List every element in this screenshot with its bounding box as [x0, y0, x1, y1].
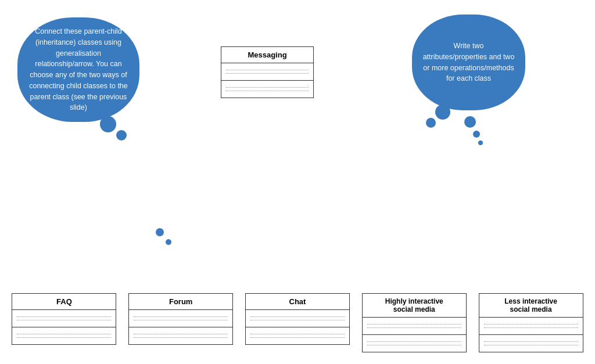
left-bubble-text: Connect these parent-child (inheritance)… [27, 26, 130, 113]
faq-section-1 [12, 310, 116, 327]
highly-section-1 [363, 318, 466, 335]
chat-section-1 [246, 310, 349, 327]
forum-section-2 [129, 327, 232, 344]
chat-section-2 [246, 327, 349, 344]
right-bubble-circle-2 [473, 131, 480, 138]
messaging-section-1 [221, 63, 313, 81]
chat-box: Chat [245, 293, 350, 345]
right-bubble-circle-3 [478, 140, 483, 145]
highly-interactive-box: Highly interactive social media [362, 293, 467, 352]
less-interactive-title: Less interactive social media [479, 294, 583, 318]
less-section-1 [479, 318, 583, 335]
msg-line-3 [226, 87, 309, 88]
bottom-row: FAQ Forum Chat [0, 293, 595, 352]
messaging-title: Messaging [221, 47, 313, 63]
page: Connect these parent-child (inheritance)… [0, 0, 595, 364]
msg-line-4 [226, 91, 309, 91]
faq-title: FAQ [12, 294, 116, 310]
highly-section-2 [363, 335, 466, 352]
forum-box: Forum [128, 293, 233, 345]
messaging-box: Messaging [221, 46, 314, 98]
msg-line-1 [226, 70, 309, 70]
highly-interactive-title: Highly interactive social media [363, 294, 466, 318]
less-section-2 [479, 335, 583, 352]
forum-section-1 [129, 310, 232, 327]
faq-section-2 [12, 327, 116, 344]
messaging-section-2 [221, 81, 313, 98]
left-thought-bubble: Connect these parent-child (inheritance)… [17, 17, 139, 122]
left-bubble-circle-2 [166, 239, 171, 245]
right-bubble-circle-1 [464, 116, 476, 128]
forum-title: Forum [129, 294, 232, 310]
left-bubble-circle-1 [156, 228, 164, 236]
less-interactive-box: Less interactive social media [479, 293, 583, 352]
right-thought-bubble: Write two attributes/properties and two … [412, 15, 525, 110]
chat-title: Chat [246, 294, 349, 310]
msg-line-2 [226, 73, 309, 74]
faq-box: FAQ [12, 293, 116, 345]
right-bubble-text: Write two attributes/properties and two … [421, 41, 516, 84]
